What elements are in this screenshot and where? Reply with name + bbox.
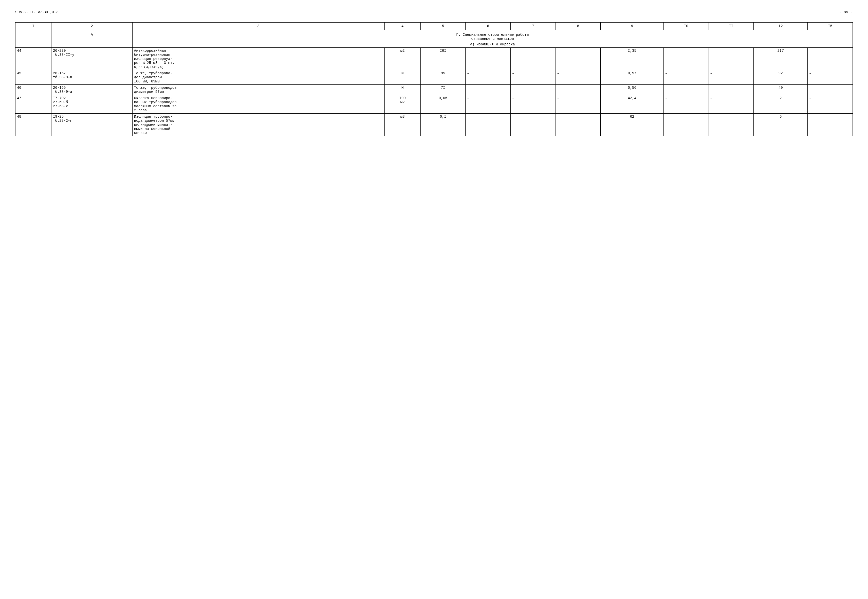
row-desc-44: Антикоррозийная битумно-резиновая изоляц… [132, 48, 384, 70]
col-header-2: 2 [51, 22, 132, 30]
row-col12-48: 6 [754, 114, 808, 136]
col-header-8: 8 [556, 22, 601, 30]
col-header-3: 3 [132, 22, 384, 30]
row-unit-44: м2 [384, 48, 420, 70]
row-desc-45: То же, трубопрово- дов диаметром I08 мм,… [132, 70, 384, 85]
table-row: 48 I9-25 тб.28-2-г Изоляция трубопро- во… [15, 114, 853, 136]
row-col11-48: – [709, 114, 754, 136]
col-header-12: I2 [754, 22, 808, 30]
col-header-13: I5 [808, 22, 853, 30]
row-col6-46: – [466, 85, 511, 95]
section-empty-1 [15, 30, 51, 48]
row-col12-44: 2I7 [754, 48, 808, 70]
row-col9-45: 0,97 [601, 70, 664, 85]
main-table: I 2 3 4 5 6 7 8 9 IO II I2 I5 А П. Специ… [15, 22, 853, 136]
row-code-45: 26-I67 тб.38-9-в [51, 70, 132, 85]
row-col7-47: – [511, 95, 556, 114]
row-id-45: 45 [15, 70, 51, 85]
row-col12-47: 2 [754, 95, 808, 114]
row-col10-46: – [664, 85, 709, 95]
document-id: 905-2-II. Ал.ЛП,ч.3 [15, 10, 59, 15]
col-header-10: IO [664, 22, 709, 30]
table-row: 45 26-I67 тб.38-9-в То же, трубопрово- д… [15, 70, 853, 85]
row-code-44: 26-230 тб.38-II-у [51, 48, 132, 70]
col-header-1: I [15, 22, 51, 30]
col-header-4: 4 [384, 22, 420, 30]
row-desc-48: Изоляция трубопро- вода диаметром 57мм ц… [132, 114, 384, 136]
row-col9-44: I,35 [601, 48, 664, 70]
row-col6-47: – [466, 95, 511, 114]
row-qty-44: I6I [420, 48, 466, 70]
row-col8-45: – [556, 70, 601, 85]
row-id-48: 48 [15, 114, 51, 136]
row-col13-45: – [808, 70, 853, 85]
row-col11-46: – [709, 85, 754, 95]
row-col10-45: – [664, 70, 709, 85]
section-letter: А [51, 30, 132, 48]
row-col7-44: – [511, 48, 556, 70]
row-col10-47: – [664, 95, 709, 114]
row-col12-45: 92 [754, 70, 808, 85]
row-id-47: 47 [15, 95, 51, 114]
row-col13-47: – [808, 95, 853, 114]
row-desc-46: То же, трубопроводов диаметром 57мм [132, 85, 384, 95]
col-header-7: 7 [511, 22, 556, 30]
col-header-11: II [709, 22, 754, 30]
row-col9-48: 62 [601, 114, 664, 136]
row-code-48: I9-25 тб.28-2-г [51, 114, 132, 136]
row-col6-45: – [466, 70, 511, 85]
row-col12-46: 40 [754, 85, 808, 95]
row-qty-45: 95 [420, 70, 466, 85]
row-col13-44: – [808, 48, 853, 70]
row-col10-48: – [664, 114, 709, 136]
row-id-44: 44 [15, 48, 51, 70]
row-qty-47: 0,05 [420, 95, 466, 114]
col-header-6: 6 [466, 22, 511, 30]
row-col8-44: – [556, 48, 601, 70]
row-qty-46: 7I [420, 85, 466, 95]
column-headers: I 2 3 4 5 6 7 8 9 IO II I2 I5 [15, 22, 853, 30]
row-col13-48: – [808, 114, 853, 136]
row-col11-44: – [709, 48, 754, 70]
row-col6-44: – [466, 48, 511, 70]
section-header-row: А П. Специальные строительные работы свя… [15, 30, 853, 48]
row-col6-48: – [466, 114, 511, 136]
row-col8-46: – [556, 85, 601, 95]
row-col13-46: – [808, 85, 853, 95]
table-row: 44 26-230 тб.38-II-у Антикоррозийная бит… [15, 48, 853, 70]
table-row: 47 I7-702 27-60-б 27-68-к Окраска неизол… [15, 95, 853, 114]
row-unit-46: М [384, 85, 420, 95]
row-code-47: I7-702 27-60-б 27-68-к [51, 95, 132, 114]
row-col7-46: – [511, 85, 556, 95]
row-qty-48: 0,I [420, 114, 466, 136]
row-col11-47: – [709, 95, 754, 114]
row-col9-47: 42,4 [601, 95, 664, 114]
row-col7-48: – [511, 114, 556, 136]
row-id-46: 46 [15, 85, 51, 95]
col-header-5: 5 [420, 22, 466, 30]
row-col7-45: – [511, 70, 556, 85]
row-col9-46: 0,56 [601, 85, 664, 95]
row-col10-44: – [664, 48, 709, 70]
row-desc-47: Окраска неизолиро- ванных трубопроводов … [132, 95, 384, 114]
row-unit-47: I00 м2 [384, 95, 420, 114]
page-number: - 89 - [839, 10, 853, 15]
row-col11-45: – [709, 70, 754, 85]
row-unit-48: м3 [384, 114, 420, 136]
section-title: П. Специальные строительные работы связа… [132, 30, 853, 48]
row-code-46: 26-I65 тб.38-9-а [51, 85, 132, 95]
row-col8-48: – [556, 114, 601, 136]
table-row: 46 26-I65 тб.38-9-а То же, трубопроводов… [15, 85, 853, 95]
row-unit-45: М [384, 70, 420, 85]
col-header-9: 9 [601, 22, 664, 30]
row-col8-47: – [556, 95, 601, 114]
